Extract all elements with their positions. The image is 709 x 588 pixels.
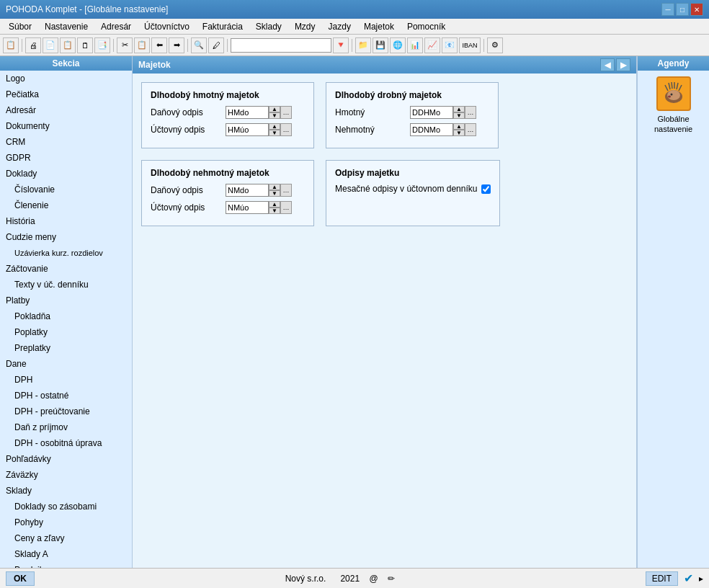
sidebar-item-platby[interactable]: Platby <box>0 293 132 308</box>
section-drobny-title: Dlhodobý drobný majetok <box>335 90 489 100</box>
sidebar-item-gdpr[interactable]: GDPR <box>0 150 132 166</box>
btn-ddhmo-down[interactable]: ▼ <box>453 112 465 119</box>
title-bar-controls: ─ □ ✕ <box>661 3 703 16</box>
toolbar-btn-19[interactable]: ⚙ <box>487 37 503 53</box>
sidebar-item-ceny-zlavy[interactable]: Ceny a zľavy <box>0 530 132 546</box>
toolbar-btn-15[interactable]: 🌐 <box>390 37 406 53</box>
sidebar-item-uzavierka[interactable]: Uzávierka kurz. rozdielov <box>0 245 132 261</box>
sidebar-item-adresar[interactable]: Adresár <box>0 102 132 118</box>
input-nmuo[interactable] <box>226 201 269 214</box>
menu-help[interactable]: Pomocník <box>401 20 451 33</box>
sidebar-item-logo[interactable]: Logo <box>0 71 132 86</box>
toolbar-btn-17[interactable]: 📈 <box>424 37 440 53</box>
menu-accounting[interactable]: Účtovníctvo <box>138 20 195 33</box>
menu-warehouses[interactable]: Sklady <box>250 20 287 33</box>
sidebar-item-historia[interactable]: História <box>0 213 132 229</box>
btn-hmdo-down[interactable]: ▼ <box>269 112 280 119</box>
menu-assets[interactable]: Majetok <box>358 20 400 33</box>
menu-file[interactable]: Súbor <box>3 20 37 33</box>
sidebar-item-crm[interactable]: CRM <box>0 134 132 150</box>
minimize-button[interactable]: ─ <box>661 3 674 16</box>
input-ddnmo[interactable] <box>410 123 453 136</box>
toolbar-btn-14[interactable]: 💾 <box>373 37 388 53</box>
btn-ddhmo-up[interactable]: ▲ <box>453 106 465 112</box>
input-hmuo[interactable] <box>226 123 269 136</box>
sidebar-item-dph-osobitna[interactable]: DPH - osobitná úprava <box>0 435 132 451</box>
toolbar-btn-11[interactable]: 🔍 <box>191 37 207 53</box>
sidebar-item-doklady-zasobami[interactable]: Doklady so zásobami <box>0 499 132 514</box>
toolbar-btn-8[interactable]: 📋 <box>134 37 150 53</box>
toolbar-btn-5[interactable]: 🗒 <box>77 37 93 53</box>
btn-nmdo-up[interactable]: ▲ <box>269 184 280 190</box>
status-more-icon[interactable]: ▸ <box>699 574 703 584</box>
toolbar-btn-9[interactable]: ⬅ <box>151 37 167 53</box>
menu-invoicing[interactable]: Fakturácia <box>197 20 249 33</box>
btn-hmuo-dots[interactable]: … <box>280 123 292 136</box>
checkbox-mesacne[interactable] <box>481 184 491 194</box>
nav-prev-button[interactable]: ◀ <box>600 58 615 71</box>
toolbar-btn-4[interactable]: 📋 <box>60 37 76 53</box>
agenda-item[interactable]: Globálnenastavenie <box>651 71 695 141</box>
menu-address[interactable]: Adresár <box>95 20 137 33</box>
sidebar-item-dph-preuctovanie[interactable]: DPH - preúčtovanie <box>0 404 132 419</box>
btn-nmuo-down[interactable]: ▼ <box>269 208 280 214</box>
sidebar-item-doklady[interactable]: Doklady <box>0 166 132 182</box>
toolbar-btn-1[interactable]: 📋 <box>3 37 19 53</box>
label-uctovny-odpis-nm: Účtovný odpis <box>151 202 223 213</box>
menu-wages[interactable]: Mzdy <box>289 20 321 33</box>
sidebar-item-dane[interactable]: Dane <box>0 356 132 372</box>
btn-nmdo-dots[interactable]: … <box>280 184 292 197</box>
sidebar-item-texty[interactable]: Texty v úč. denníku <box>0 277 132 293</box>
btn-nmuo-up[interactable]: ▲ <box>269 201 280 208</box>
sidebar-item-pohyby[interactable]: Pohyby <box>0 514 132 530</box>
sidebar-item-peciatka[interactable]: Pečiatka <box>0 86 132 102</box>
sidebar-item-zactovanie[interactable]: Záčtovanie <box>0 261 132 277</box>
sidebar-item-pohladavky[interactable]: Pohľadávky <box>0 451 132 467</box>
btn-hmdo-dots[interactable]: … <box>280 106 292 119</box>
btn-hmuo-up[interactable]: ▲ <box>269 123 280 130</box>
menu-trips[interactable]: Jazdy <box>323 20 357 33</box>
sidebar-item-cislovanie[interactable]: Číslovanie <box>0 182 132 197</box>
maximize-button[interactable]: □ <box>676 3 689 16</box>
btn-ddhmo-dots[interactable]: … <box>465 106 476 119</box>
toolbar-btn-16[interactable]: 📊 <box>407 37 423 53</box>
btn-ddnmo-up[interactable]: ▲ <box>453 123 465 130</box>
sidebar-item-clenenie[interactable]: Členenie <box>0 197 132 213</box>
btn-hmdo-up[interactable]: ▲ <box>269 106 280 112</box>
input-ddhmo[interactable] <box>410 106 453 119</box>
btn-nmdo-down[interactable]: ▼ <box>269 190 280 197</box>
sidebar-item-dph[interactable]: DPH <box>0 372 132 388</box>
toolbar-btn-7[interactable]: ✂ <box>117 37 133 53</box>
sidebar-item-sklady-a[interactable]: Sklady A <box>0 546 132 562</box>
btn-ddnmo-down[interactable]: ▼ <box>453 130 465 136</box>
toolbar-btn-10[interactable]: ➡ <box>169 37 184 53</box>
toolbar-filter-btn[interactable]: 🔻 <box>333 37 349 53</box>
toolbar-btn-iban[interactable]: IBAN <box>459 37 481 53</box>
input-hmdo[interactable] <box>226 106 269 119</box>
sidebar-item-sklady[interactable]: Sklady <box>0 483 132 499</box>
sidebar-item-cudzie-meny[interactable]: Cudzie meny <box>0 229 132 245</box>
toolbar-btn-13[interactable]: 📁 <box>355 37 371 53</box>
toolbar-btn-3[interactable]: 📄 <box>43 37 58 53</box>
input-nmdo[interactable] <box>226 184 269 197</box>
btn-nmuo-dots[interactable]: … <box>280 201 292 214</box>
btn-hmuo-down[interactable]: ▼ <box>269 130 280 136</box>
sidebar-item-predajky[interactable]: Predajky <box>0 562 132 568</box>
toolbar-btn-12[interactable]: 🖊 <box>208 37 224 53</box>
toolbar-btn-18[interactable]: 📧 <box>442 37 458 53</box>
ok-button[interactable]: OK <box>6 571 35 586</box>
sidebar-item-dokumenty[interactable]: Dokumenty <box>0 118 132 134</box>
btn-ddnmo-dots[interactable]: … <box>465 123 476 136</box>
sidebar-item-preplatky[interactable]: Preplatky <box>0 340 132 356</box>
sidebar-item-dan-prijmov[interactable]: Daň z príjmov <box>0 419 132 435</box>
menu-settings[interactable]: Nastavenie <box>39 20 94 33</box>
sidebar-item-poplatky[interactable]: Poplatky <box>0 324 132 340</box>
sidebar-item-zavazky[interactable]: Záväzky <box>0 467 132 483</box>
search-input[interactable] <box>231 38 331 53</box>
sidebar-item-dph-ostatne[interactable]: DPH - ostatné <box>0 388 132 404</box>
close-button[interactable]: ✕ <box>690 3 703 16</box>
toolbar-btn-2[interactable]: 🖨 <box>25 37 41 53</box>
toolbar-btn-6[interactable]: 📑 <box>94 37 110 53</box>
nav-next-button[interactable]: ▶ <box>616 58 630 71</box>
sidebar-item-pokladna[interactable]: Pokladňa <box>0 308 132 324</box>
